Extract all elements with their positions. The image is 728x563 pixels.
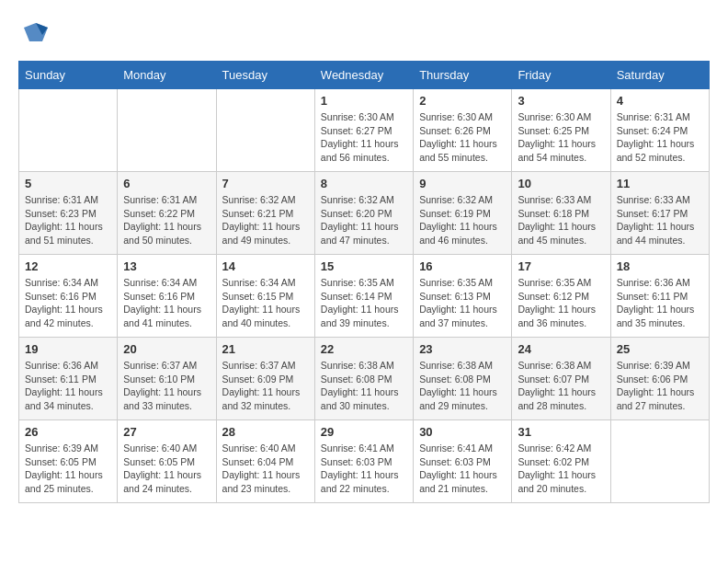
day-info: Sunrise: 6:36 AMSunset: 6:11 PMDaylight:… bbox=[617, 276, 703, 330]
calendar-cell: 29Sunrise: 6:41 AMSunset: 6:03 PMDayligh… bbox=[314, 420, 413, 503]
day-info: Sunrise: 6:31 AMSunset: 6:24 PMDaylight:… bbox=[617, 110, 703, 165]
day-number: 19 bbox=[25, 342, 111, 356]
logo-icon bbox=[22, 18, 50, 46]
calendar-cell: 15Sunrise: 6:35 AMSunset: 6:14 PMDayligh… bbox=[314, 255, 413, 338]
day-info: Sunrise: 6:32 AMSunset: 6:19 PMDaylight:… bbox=[419, 193, 506, 247]
day-info: Sunrise: 6:35 AMSunset: 6:13 PMDaylight:… bbox=[419, 276, 506, 330]
day-info: Sunrise: 6:30 AMSunset: 6:26 PMDaylight:… bbox=[419, 110, 506, 165]
calendar-cell: 19Sunrise: 6:36 AMSunset: 6:11 PMDayligh… bbox=[19, 338, 118, 420]
day-number: 4 bbox=[617, 94, 703, 108]
day-number: 1 bbox=[321, 94, 407, 108]
day-number: 18 bbox=[617, 259, 703, 273]
weekday-header-tuesday: Tuesday bbox=[216, 62, 314, 89]
calendar-cell: 27Sunrise: 6:40 AMSunset: 6:05 PMDayligh… bbox=[118, 420, 216, 503]
day-number: 7 bbox=[222, 177, 309, 190]
day-info: Sunrise: 6:31 AMSunset: 6:23 PMDaylight:… bbox=[25, 193, 111, 247]
day-number: 9 bbox=[419, 177, 506, 190]
day-number: 3 bbox=[518, 94, 604, 108]
day-number: 28 bbox=[222, 425, 309, 439]
day-number: 12 bbox=[25, 259, 111, 273]
week-row-1: 1Sunrise: 6:30 AMSunset: 6:27 PMDaylight… bbox=[19, 89, 710, 172]
calendar-cell: 13Sunrise: 6:34 AMSunset: 6:16 PMDayligh… bbox=[118, 255, 216, 338]
day-number: 23 bbox=[419, 342, 506, 356]
calendar-cell: 23Sunrise: 6:38 AMSunset: 6:08 PMDayligh… bbox=[414, 338, 512, 420]
calendar-cell: 10Sunrise: 6:33 AMSunset: 6:18 PMDayligh… bbox=[512, 172, 610, 255]
day-info: Sunrise: 6:35 AMSunset: 6:12 PMDaylight:… bbox=[518, 276, 604, 330]
day-number: 21 bbox=[222, 342, 309, 356]
calendar-cell: 31Sunrise: 6:42 AMSunset: 6:02 PMDayligh… bbox=[512, 420, 610, 503]
calendar-cell bbox=[610, 420, 709, 503]
day-info: Sunrise: 6:38 AMSunset: 6:08 PMDaylight:… bbox=[321, 359, 407, 413]
weekday-header-thursday: Thursday bbox=[414, 62, 512, 89]
day-number: 29 bbox=[321, 425, 407, 439]
calendar-cell: 7Sunrise: 6:32 AMSunset: 6:21 PMDaylight… bbox=[216, 172, 314, 255]
day-number: 27 bbox=[123, 425, 210, 439]
calendar-cell: 24Sunrise: 6:38 AMSunset: 6:07 PMDayligh… bbox=[512, 338, 610, 420]
day-info: Sunrise: 6:35 AMSunset: 6:14 PMDaylight:… bbox=[321, 276, 407, 330]
calendar-cell: 26Sunrise: 6:39 AMSunset: 6:05 PMDayligh… bbox=[19, 420, 118, 503]
week-row-3: 12Sunrise: 6:34 AMSunset: 6:16 PMDayligh… bbox=[19, 255, 710, 338]
weekday-header-saturday: Saturday bbox=[610, 62, 709, 89]
week-row-4: 19Sunrise: 6:36 AMSunset: 6:11 PMDayligh… bbox=[19, 338, 710, 420]
day-info: Sunrise: 6:37 AMSunset: 6:10 PMDaylight:… bbox=[123, 359, 210, 413]
calendar-cell: 30Sunrise: 6:41 AMSunset: 6:03 PMDayligh… bbox=[414, 420, 512, 503]
day-info: Sunrise: 6:33 AMSunset: 6:17 PMDaylight:… bbox=[617, 193, 703, 247]
calendar-body: 1Sunrise: 6:30 AMSunset: 6:27 PMDaylight… bbox=[19, 89, 710, 503]
day-number: 22 bbox=[321, 342, 407, 356]
day-number: 16 bbox=[419, 259, 506, 273]
weekday-header-wednesday: Wednesday bbox=[314, 62, 413, 89]
day-number: 8 bbox=[321, 177, 407, 190]
calendar-cell: 3Sunrise: 6:30 AMSunset: 6:25 PMDaylight… bbox=[512, 89, 610, 172]
day-info: Sunrise: 6:33 AMSunset: 6:18 PMDaylight:… bbox=[518, 193, 604, 247]
calendar-cell: 16Sunrise: 6:35 AMSunset: 6:13 PMDayligh… bbox=[414, 255, 512, 338]
day-info: Sunrise: 6:40 AMSunset: 6:05 PMDaylight:… bbox=[123, 442, 210, 496]
day-info: Sunrise: 6:42 AMSunset: 6:02 PMDaylight:… bbox=[518, 442, 604, 496]
day-info: Sunrise: 6:38 AMSunset: 6:08 PMDaylight:… bbox=[419, 359, 506, 413]
calendar-cell bbox=[216, 89, 314, 172]
day-number: 13 bbox=[123, 259, 210, 273]
day-info: Sunrise: 6:34 AMSunset: 6:16 PMDaylight:… bbox=[123, 276, 210, 330]
day-number: 17 bbox=[518, 259, 604, 273]
day-info: Sunrise: 6:30 AMSunset: 6:25 PMDaylight:… bbox=[518, 110, 604, 165]
weekday-header-monday: Monday bbox=[118, 62, 216, 89]
calendar-cell: 28Sunrise: 6:40 AMSunset: 6:04 PMDayligh… bbox=[216, 420, 314, 503]
calendar-cell: 11Sunrise: 6:33 AMSunset: 6:17 PMDayligh… bbox=[610, 172, 709, 255]
calendar-cell bbox=[19, 89, 118, 172]
day-number: 2 bbox=[419, 94, 506, 108]
day-number: 10 bbox=[518, 177, 604, 190]
calendar-cell: 1Sunrise: 6:30 AMSunset: 6:27 PMDaylight… bbox=[314, 89, 413, 172]
weekday-header-sunday: Sunday bbox=[19, 62, 118, 89]
day-number: 26 bbox=[25, 425, 111, 439]
weekday-header-friday: Friday bbox=[512, 62, 610, 89]
day-number: 14 bbox=[222, 259, 309, 273]
calendar-cell: 21Sunrise: 6:37 AMSunset: 6:09 PMDayligh… bbox=[216, 338, 314, 420]
calendar-cell: 8Sunrise: 6:32 AMSunset: 6:20 PMDaylight… bbox=[314, 172, 413, 255]
day-number: 6 bbox=[123, 177, 210, 190]
calendar-cell: 17Sunrise: 6:35 AMSunset: 6:12 PMDayligh… bbox=[512, 255, 610, 338]
calendar-cell: 9Sunrise: 6:32 AMSunset: 6:19 PMDaylight… bbox=[414, 172, 512, 255]
calendar-cell: 12Sunrise: 6:34 AMSunset: 6:16 PMDayligh… bbox=[19, 255, 118, 338]
day-number: 15 bbox=[321, 259, 407, 273]
day-info: Sunrise: 6:37 AMSunset: 6:09 PMDaylight:… bbox=[222, 359, 309, 413]
day-number: 31 bbox=[518, 425, 604, 439]
day-number: 24 bbox=[518, 342, 604, 356]
day-info: Sunrise: 6:39 AMSunset: 6:06 PMDaylight:… bbox=[617, 359, 703, 413]
day-info: Sunrise: 6:34 AMSunset: 6:16 PMDaylight:… bbox=[25, 276, 111, 330]
day-info: Sunrise: 6:30 AMSunset: 6:27 PMDaylight:… bbox=[321, 110, 407, 165]
calendar-cell: 18Sunrise: 6:36 AMSunset: 6:11 PMDayligh… bbox=[610, 255, 709, 338]
calendar-cell: 2Sunrise: 6:30 AMSunset: 6:26 PMDaylight… bbox=[414, 89, 512, 172]
calendar-cell: 5Sunrise: 6:31 AMSunset: 6:23 PMDaylight… bbox=[19, 172, 118, 255]
calendar-cell: 14Sunrise: 6:34 AMSunset: 6:15 PMDayligh… bbox=[216, 255, 314, 338]
day-number: 25 bbox=[617, 342, 703, 356]
calendar-cell: 25Sunrise: 6:39 AMSunset: 6:06 PMDayligh… bbox=[610, 338, 709, 420]
day-number: 5 bbox=[25, 177, 111, 190]
calendar-cell: 4Sunrise: 6:31 AMSunset: 6:24 PMDaylight… bbox=[610, 89, 709, 172]
week-row-5: 26Sunrise: 6:39 AMSunset: 6:05 PMDayligh… bbox=[19, 420, 710, 503]
day-number: 11 bbox=[617, 177, 703, 190]
day-info: Sunrise: 6:41 AMSunset: 6:03 PMDaylight:… bbox=[321, 442, 407, 496]
day-info: Sunrise: 6:41 AMSunset: 6:03 PMDaylight:… bbox=[419, 442, 506, 496]
calendar-cell bbox=[118, 89, 216, 172]
page-header bbox=[18, 18, 710, 46]
day-info: Sunrise: 6:34 AMSunset: 6:15 PMDaylight:… bbox=[222, 276, 309, 330]
day-info: Sunrise: 6:40 AMSunset: 6:04 PMDaylight:… bbox=[222, 442, 309, 496]
